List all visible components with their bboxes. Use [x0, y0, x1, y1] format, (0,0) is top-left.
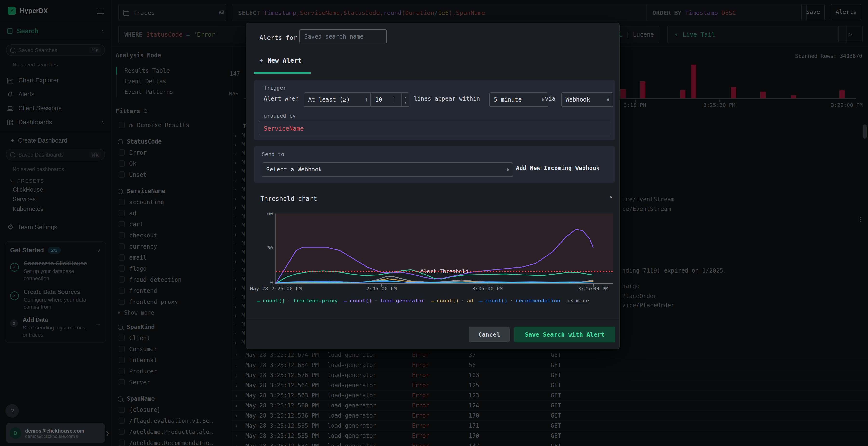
legend-item[interactable]: —count()·load-generator — [344, 298, 425, 304]
group-by-input[interactable]: ServiceName — [259, 121, 611, 135]
send-to-label: Send to — [262, 151, 284, 158]
collapse-chevron-icon[interactable]: ∧ — [610, 194, 613, 199]
legend-item[interactable]: —count()·ad — [431, 298, 473, 304]
legend-item[interactable]: —count()·recommendation — [479, 298, 560, 304]
legend-more-button[interactable]: +3 more — [567, 298, 589, 304]
modal-title: Alerts for — [259, 34, 297, 41]
axis-tick-label: 3:25:00 PM — [578, 286, 608, 291]
via-label: via — [545, 95, 555, 102]
lines-appear-label: lines appear within — [414, 95, 480, 102]
trigger-label: Trigger — [264, 85, 286, 91]
alert-when-label: Alert when — [264, 95, 299, 102]
webhook-select[interactable]: Select a Webhook ▲▼ — [262, 162, 513, 177]
chart-legend: —count()·frontend-proxy—count()·load-gen… — [257, 298, 614, 304]
tab-underline — [254, 73, 612, 73]
plus-icon: + — [259, 57, 263, 64]
threshold-input[interactable] — [371, 96, 395, 103]
time-window-select[interactable]: 5 minute ▲▼ — [490, 93, 548, 107]
threshold-chart-svg — [276, 213, 613, 283]
threshold-chart-title: Threshold chart — [260, 195, 317, 202]
chevron-updown-icon: ▲▼ — [542, 98, 544, 102]
condition-select[interactable]: At least (≥) ▲▼ — [304, 93, 372, 107]
number-spinner[interactable]: ▲▼ — [401, 93, 409, 106]
threshold-input-wrap: ▲▼ — [370, 93, 409, 107]
trigger-panel: Trigger Alert when At least (≥) ▲▼ ▲▼ li… — [254, 80, 615, 140]
grouped-by-label: grouped by — [264, 113, 296, 119]
cancel-button[interactable]: Cancel — [469, 327, 510, 342]
add-webhook-button[interactable]: Add New Incoming Webhook — [516, 165, 600, 171]
axis-tick-label: May 28 2:25:00 PM — [250, 286, 302, 291]
saved-search-name-input[interactable] — [300, 29, 387, 43]
save-search-with-alert-button[interactable]: Save Search with Alert — [514, 327, 615, 342]
channel-select[interactable]: Webhook ▲▼ — [561, 93, 613, 107]
chevron-updown-icon: ▲▼ — [607, 98, 609, 102]
axis-tick-label: 3:05:00 PM — [472, 286, 503, 291]
hyperdx-app: ⚡ HyperDX Search ∧ Saved Searches ⌘K No … — [0, 0, 868, 446]
footer-divider — [246, 318, 619, 318]
viewport: ⚡ HyperDX Search ∧ Saved Searches ⌘K No … — [0, 0, 868, 446]
legend-item[interactable]: —count()·frontend-proxy — [257, 298, 338, 304]
tab-new-alert[interactable]: + New Alert — [259, 57, 302, 64]
x-axis — [275, 283, 613, 284]
create-alert-modal: Alerts for + New Alert Trigger Alert whe… — [246, 23, 620, 349]
text-caret — [394, 97, 395, 103]
threshold-chart: 60 30 0 Alert Threshold May 28 2:25:00 P… — [275, 213, 613, 283]
axis-tick-label: 2:45:00 PM — [366, 286, 397, 291]
chevron-updown-icon: ▲▼ — [366, 98, 368, 102]
send-to-panel: Send to Select a Webhook ▲▼ Add New Inco… — [254, 146, 615, 182]
chevron-updown-icon: ▲▼ — [507, 167, 509, 172]
